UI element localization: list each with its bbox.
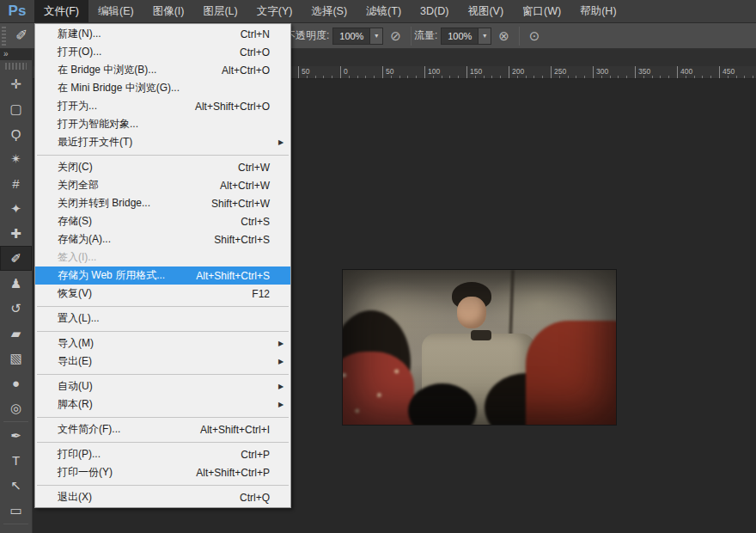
file-menu-item[interactable] xyxy=(35,438,290,445)
submenu-arrow-icon: ▶ xyxy=(278,383,290,390)
menu-help[interactable]: 帮助(H) xyxy=(570,0,625,22)
menu-edit[interactable]: 编辑(E) xyxy=(88,0,143,22)
file-menu-item[interactable] xyxy=(35,328,290,334)
pressure-size-icon[interactable]: ⊙ xyxy=(529,28,540,44)
file-menu-item[interactable]: 导入(M) ▶ xyxy=(35,334,290,352)
tool-preset-icon[interactable]: ✐ xyxy=(10,26,33,46)
eyedropper-tool[interactable]: ✦ xyxy=(0,196,32,221)
move-tool[interactable]: ✛ xyxy=(0,71,32,96)
file-menu-item[interactable] xyxy=(35,371,290,377)
gradient-tool[interactable]: ▧ xyxy=(0,346,32,371)
menu-filter[interactable]: 滤镜(T) xyxy=(357,0,411,22)
file-menu-item[interactable]: 置入(L)... xyxy=(35,309,290,328)
dodge-tool[interactable]: ◎ xyxy=(0,395,32,420)
file-menu-item[interactable]: 脚本(R) ▶ xyxy=(35,395,290,414)
ruler-segment: 0 xyxy=(340,66,382,79)
submenu-arrow-icon: ▶ xyxy=(278,358,290,365)
menu-select[interactable]: 选择(S) xyxy=(302,0,357,22)
file-menu-item[interactable]: 存储为 Web 所用格式... Alt+Shift+Ctrl+S xyxy=(35,266,290,285)
file-menu-item[interactable]: 关闭(C) Ctrl+W xyxy=(35,158,290,176)
opacity-dropdown-icon[interactable]: ▾ xyxy=(370,28,383,45)
photoshop-logo: Ps xyxy=(0,0,34,22)
menu-file[interactable]: 文件(F) xyxy=(34,0,88,22)
file-menu-item[interactable]: 打开为智能对象... xyxy=(35,115,290,133)
history-brush-tool[interactable]: ↺ xyxy=(0,296,32,321)
file-menu-item[interactable]: 在 Mini Bridge 中浏览(G)... xyxy=(35,79,290,97)
file-menu-item[interactable]: 打开为... Alt+Shift+Ctrl+O xyxy=(35,97,290,115)
canvas-photo[interactable] xyxy=(343,270,616,425)
opacity-input[interactable]: 100% xyxy=(332,28,370,45)
options-divider xyxy=(519,27,520,46)
flow-label: 流量: xyxy=(414,28,437,43)
file-menu-item[interactable]: 文件简介(F)... Alt+Shift+Ctrl+I xyxy=(35,420,290,438)
file-menu-item[interactable]: 存储为(A)... Shift+Ctrl+S xyxy=(35,230,290,248)
blur-tool[interactable]: ● xyxy=(0,371,32,395)
ruler-segment: 50 xyxy=(298,66,340,79)
file-menu-dropdown: 新建(N)... Ctrl+N 打开(O)... Ctrl+O 在 Bridge… xyxy=(34,23,291,508)
submenu-arrow-icon: ▶ xyxy=(278,401,290,408)
file-menu-item[interactable] xyxy=(35,414,290,420)
file-menu-item[interactable]: 在 Bridge 中浏览(B)... Alt+Ctrl+O xyxy=(35,61,290,79)
menu-image[interactable]: 图像(I) xyxy=(143,0,194,22)
crop-tool[interactable]: # xyxy=(0,171,32,196)
rectangle-tool[interactable]: ▭ xyxy=(0,498,32,523)
ruler-segment: 300 xyxy=(593,66,635,79)
tools-panel: » ✛ ▢ Ϙ ✴ # ✦ ✚ ✐ ♟ xyxy=(0,49,33,533)
flow-input[interactable]: 100% xyxy=(441,28,479,45)
healing-brush-tool[interactable]: ✚ xyxy=(0,221,32,246)
menu-type[interactable]: 文字(Y) xyxy=(247,0,302,22)
file-menu-item[interactable]: 签入(I)... xyxy=(35,248,290,266)
toolbar-grip xyxy=(5,63,27,70)
menu-view[interactable]: 视图(V) xyxy=(458,0,513,22)
hand-tool[interactable]: ✌ xyxy=(0,525,32,533)
file-menu-item[interactable] xyxy=(35,151,290,158)
ruler-segment: 400 xyxy=(677,66,719,79)
file-menu-item[interactable]: 退出(X) Ctrl+Q xyxy=(35,488,290,506)
menu-bar: Ps 文件(F) 编辑(E) 图像(I) 图层(L) 文字(Y) 选择(S) 滤… xyxy=(0,0,756,23)
eraser-tool[interactable]: ▰ xyxy=(0,321,32,346)
file-menu-item[interactable] xyxy=(35,481,290,488)
photo-vignette xyxy=(343,270,616,425)
opacity-label: 不透明度: xyxy=(285,28,329,43)
file-menu-item[interactable]: 自动(U) ▶ xyxy=(35,377,290,395)
clone-stamp-tool[interactable]: ♟ xyxy=(0,271,32,296)
file-menu-item[interactable]: 存储(S) Ctrl+S xyxy=(35,212,290,230)
magic-wand-tool[interactable]: ✴ xyxy=(0,146,32,171)
file-menu-item[interactable]: 关闭全部 Alt+Ctrl+W xyxy=(35,176,290,194)
file-menu-item[interactable]: 打开(O)... Ctrl+O xyxy=(35,43,290,61)
file-menu-item[interactable]: 打印(P)... Ctrl+P xyxy=(35,445,290,463)
rectangular-marquee-tool[interactable]: ▢ xyxy=(0,96,32,121)
ruler-segment: 100 xyxy=(424,66,466,79)
file-menu-item[interactable]: 新建(N)... Ctrl+N xyxy=(35,25,290,43)
file-menu-item[interactable]: 打印一份(Y) Alt+Shift+Ctrl+P xyxy=(35,463,290,481)
ruler-segment: 50 xyxy=(382,66,424,79)
file-menu-item[interactable]: 关闭并转到 Bridge... Shift+Ctrl+W xyxy=(35,194,290,212)
ruler-segment: 350 xyxy=(635,66,677,79)
ruler-segment: 200 xyxy=(509,66,551,79)
pen-tool[interactable]: ✒ xyxy=(0,423,32,448)
menu-3d[interactable]: 3D(D) xyxy=(411,0,458,22)
options-bar-grip xyxy=(2,27,6,46)
menu-layer[interactable]: 图层(L) xyxy=(193,0,247,22)
file-menu-item[interactable] xyxy=(35,303,290,309)
path-selection-tool[interactable]: ↖ xyxy=(0,473,32,498)
tool-group-separator xyxy=(3,421,28,422)
file-menu-item[interactable]: 恢复(V) F12 xyxy=(35,285,290,303)
pressure-opacity-icon[interactable]: ⊘ xyxy=(390,28,401,44)
ruler-segment: 150 xyxy=(466,66,509,79)
submenu-arrow-icon: ▶ xyxy=(278,138,290,146)
airbrush-icon[interactable]: ⊗ xyxy=(498,28,509,44)
type-tool[interactable]: T xyxy=(0,448,32,473)
tool-group-separator xyxy=(3,524,28,524)
ruler-segment: 450 xyxy=(719,66,756,79)
lasso-tool[interactable]: Ϙ xyxy=(0,121,32,146)
brush-tool[interactable]: ✐ xyxy=(0,246,32,271)
options-divider xyxy=(411,27,412,46)
toolbar-collapse-icon[interactable]: » xyxy=(0,49,32,60)
file-menu-item[interactable]: 最近打开文件(T) ▶ xyxy=(35,133,290,151)
ruler-segment: 250 xyxy=(551,66,593,79)
submenu-arrow-icon: ▶ xyxy=(278,340,290,347)
flow-dropdown-icon[interactable]: ▾ xyxy=(479,28,491,45)
file-menu-item[interactable]: 导出(E) ▶ xyxy=(35,352,290,371)
menu-window[interactable]: 窗口(W) xyxy=(513,0,570,22)
